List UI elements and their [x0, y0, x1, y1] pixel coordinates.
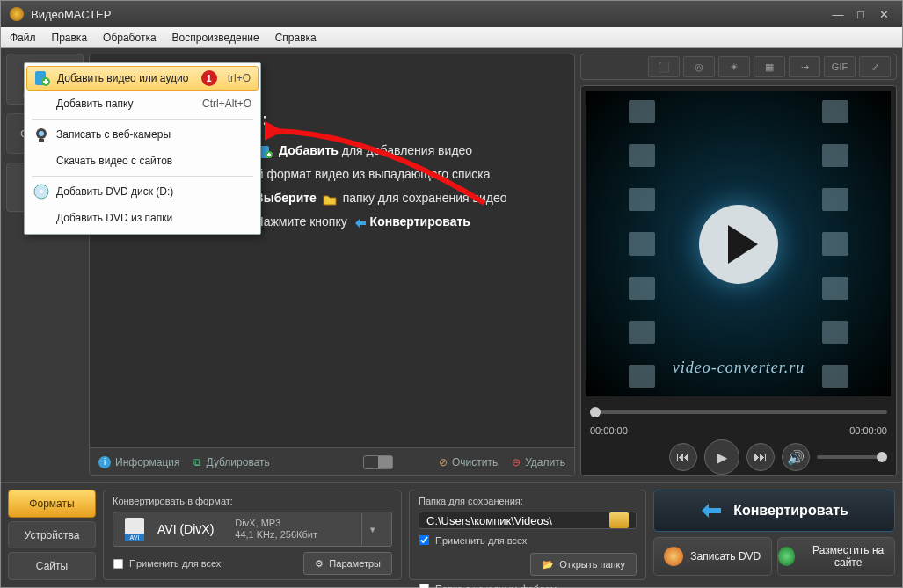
minimize-button[interactable]: —: [828, 6, 848, 22]
info-icon: i: [98, 456, 111, 468]
output-path-field[interactable]: C:\Users\компик\Videos\: [419, 512, 637, 529]
globe-icon: [778, 547, 796, 566]
view-toggle[interactable]: [363, 455, 393, 469]
maximize-button[interactable]: □: [851, 6, 870, 22]
burn-dvd-button[interactable]: Записать DVD: [653, 537, 772, 576]
play-icon: ▶: [717, 449, 727, 466]
volume-slider[interactable]: [817, 455, 887, 459]
add-file-icon: [34, 70, 50, 86]
play-overlay-icon: [699, 205, 778, 284]
menu-help[interactable]: Справка: [275, 32, 317, 44]
delete-icon: ⊖: [512, 456, 521, 468]
dropdown-add-folder[interactable]: Добавить папку Ctrl+Alt+O: [26, 91, 259, 117]
tool-effects-icon[interactable]: ◎: [683, 56, 715, 77]
action-column: Конвертировать Записать DVD Разместить н…: [653, 490, 895, 580]
tool-speed-icon[interactable]: ⇢: [789, 56, 820, 77]
next-button[interactable]: ⏭: [746, 443, 775, 471]
format-codec: DivX, MP3: [235, 518, 317, 529]
prev-button[interactable]: ⏮: [669, 443, 697, 471]
title-bar: ВидеоМАСТЕР — □ ✕: [1, 1, 902, 27]
avi-file-icon: AVI: [122, 516, 149, 542]
params-button[interactable]: ⚙Параметры: [303, 552, 392, 575]
source-folder-checkbox[interactable]: Папка с исходным файлом: [419, 583, 637, 588]
dropdown-shortcut: trl+O: [228, 72, 251, 84]
filmstrip-icon: [629, 100, 655, 388]
apply-all-format-checkbox[interactable]: Применить для всех: [113, 558, 221, 570]
clear-icon: ⊘: [439, 456, 448, 468]
volume-icon: 🔊: [787, 449, 805, 466]
tab-devices[interactable]: Устройства: [8, 521, 96, 549]
svg-text:AVI: AVI: [130, 534, 140, 541]
format-name: AVI (DivX): [157, 522, 214, 536]
right-column: ⬛ ◎ ☀ ▦ ⇢ GIF ⤢ video-converter.ru: [580, 54, 897, 476]
menu-edit[interactable]: Правка: [52, 32, 88, 44]
instruction-line-3: 3. Выберите папку для сохранения видео: [241, 189, 555, 207]
tab-formats[interactable]: Форматы: [8, 490, 96, 518]
tool-fullscreen-icon[interactable]: ⤢: [859, 56, 891, 77]
menu-file[interactable]: Файл: [10, 32, 36, 44]
output-path-text: C:\Users\компик\Videos\: [426, 514, 552, 527]
time-total: 00:00:00: [849, 425, 887, 436]
svg-rect-13: [268, 153, 270, 156]
watermark-text: video-converter.ru: [586, 359, 891, 377]
webcam-icon: [33, 127, 49, 142]
folder-mini-icon: [323, 192, 337, 205]
dropdown-add-dvd-folder[interactable]: Добавить DVD из папки: [26, 205, 259, 231]
info-button[interactable]: iИнформация: [98, 456, 179, 468]
tool-brightness-icon[interactable]: ☀: [718, 56, 750, 77]
preview-panel: video-converter.ru 00:00:00 00:00:00 ⏮ ▶…: [580, 85, 897, 476]
apply-all-folder-checkbox[interactable]: Применить для всех: [419, 534, 527, 546]
seek-track[interactable]: [590, 410, 887, 414]
instruction-line-1: ку Добавить для добавления видео: [241, 142, 555, 160]
dropdown-record-webcam[interactable]: Записать с веб-камеры: [26, 121, 259, 148]
menu-bar: Файл Правка Обработка Воспроизведение Сп…: [1, 27, 902, 48]
duplicate-button[interactable]: ⧉Дублировать: [193, 456, 269, 468]
convert-arrow-icon: [700, 501, 723, 520]
volume-thumb[interactable]: [877, 452, 887, 462]
svg-rect-20: [45, 79, 47, 84]
preview-image[interactable]: video-converter.ru: [586, 91, 891, 396]
dropdown-item-label: Добавить DVD из папки: [56, 212, 172, 224]
dropdown-add-dvd-disk[interactable]: Добавить DVD диск (D:): [26, 178, 259, 205]
dropdown-item-label: Добавить видео или аудио: [57, 72, 188, 84]
menu-playback[interactable]: Воспроизведение: [172, 32, 259, 44]
app-logo-icon: [10, 7, 24, 21]
seek-bar: [581, 402, 896, 423]
app-window: ВидеоМАСТЕР — □ ✕ Файл Правка Обработка …: [0, 0, 903, 588]
clear-button[interactable]: ⊘Очистить: [439, 456, 498, 468]
tool-gif-icon[interactable]: GIF: [824, 56, 856, 77]
seek-thumb[interactable]: [590, 407, 601, 417]
format-tabs: Форматы Устройства Сайты: [8, 490, 96, 580]
folder-panel: Папка для сохранения: C:\Users\компик\Vi…: [409, 490, 646, 580]
instructions-heading: ты:: [241, 111, 555, 129]
dropdown-item-label: Добавить папку: [56, 98, 133, 110]
time-display: 00:00:00 00:00:00: [581, 423, 896, 439]
close-button[interactable]: ✕: [874, 6, 893, 22]
dropdown-item-label: Добавить DVD диск (D:): [56, 185, 173, 198]
volume-button[interactable]: 🔊: [782, 443, 810, 471]
prev-icon: ⏮: [676, 449, 690, 465]
instruction-line-4: 4. Нажмите кнопку Конвертировать: [241, 213, 555, 231]
folder-open-icon: 📂: [542, 559, 554, 570]
publish-site-button[interactable]: Разместить на сайте: [777, 537, 896, 576]
dropdown-add-video-audio[interactable]: Добавить видео или аудио 1 trl+O: [26, 66, 259, 91]
play-button[interactable]: ▶: [704, 439, 739, 475]
format-dropdown[interactable]: AVI AVI (DivX) DivX, MP3 44,1 KHz, 256Кб…: [113, 512, 392, 547]
dropdown-download-from-sites[interactable]: Скачать видео с сайтов: [26, 148, 259, 174]
delete-button[interactable]: ⊖Удалить: [512, 456, 565, 468]
browse-folder-icon[interactable]: [609, 512, 629, 528]
disc-icon: [33, 184, 49, 200]
tab-sites[interactable]: Сайты: [8, 552, 96, 580]
gear-icon: ⚙: [315, 558, 324, 570]
app-title: ВидеоМАСТЕР: [31, 8, 111, 21]
svg-rect-23: [39, 139, 44, 142]
menu-processing[interactable]: Обработка: [103, 32, 157, 44]
convert-mini-icon: [353, 216, 368, 229]
convert-button[interactable]: Конвертировать: [653, 490, 895, 532]
format-panel-label: Конвертировать в формат:: [113, 496, 392, 506]
tool-crop-icon[interactable]: ⬛: [648, 56, 680, 77]
tool-text-icon[interactable]: ▦: [754, 56, 785, 77]
playback-controls: ⏮ ▶ ⏭ 🔊: [581, 439, 896, 475]
open-folder-button[interactable]: 📂Открыть папку: [530, 553, 637, 576]
dropdown-item-label: Записать с веб-камеры: [56, 128, 171, 141]
